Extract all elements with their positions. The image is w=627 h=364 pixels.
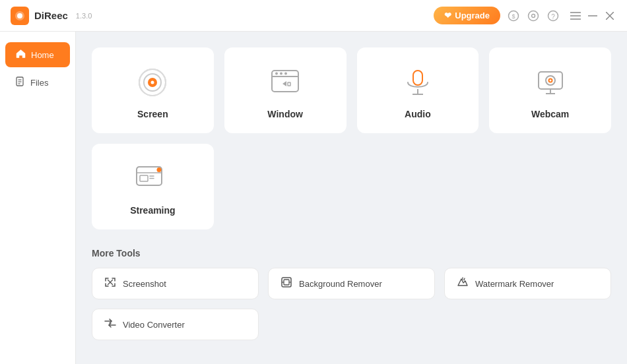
more-tools-title: More Tools	[92, 248, 611, 258]
sidebar: Home Files	[0, 32, 76, 364]
webcam-card-label: Webcam	[531, 109, 569, 119]
main-layout: Home Files	[0, 32, 627, 364]
svg-rect-30	[413, 71, 422, 85]
svg-point-27	[280, 73, 282, 75]
svg-point-38	[549, 80, 551, 82]
svg-point-6	[532, 14, 535, 17]
window-card-icon	[267, 64, 304, 101]
svg-text:?: ?	[551, 13, 555, 20]
watermark-remover-tool[interactable]: Watermark Remover	[444, 268, 611, 299]
menu-button[interactable]	[569, 9, 582, 22]
svg-point-23	[151, 81, 154, 84]
audio-card-label: Audio	[405, 109, 431, 119]
watermark-remover-label: Watermark Remover	[475, 279, 554, 289]
svg-rect-41	[140, 175, 148, 181]
sidebar-item-home[interactable]: Home	[5, 42, 70, 67]
content-area: Screen Window	[76, 32, 627, 364]
screenshot-tool[interactable]: Screenshot	[92, 268, 259, 299]
app-name: DiReec	[34, 10, 68, 21]
svg-point-28	[284, 73, 287, 75]
fire-icon[interactable]: $	[507, 9, 520, 22]
screen-card[interactable]: Screen	[92, 47, 214, 133]
background-remover-tool[interactable]: Background Remover	[268, 268, 435, 299]
svg-rect-29	[288, 82, 290, 86]
sidebar-files-label: Files	[30, 78, 48, 88]
screen-card-icon	[134, 64, 171, 101]
more-tools-section: More Tools Screenshot	[92, 248, 611, 340]
main-cards-grid: Screen Window	[92, 47, 611, 133]
title-bar-actions: ❤ Upgrade $ ?	[434, 7, 616, 24]
upgrade-label: Upgrade	[455, 11, 490, 20]
window-card-label: Window	[267, 109, 303, 119]
minimize-button[interactable]	[586, 9, 599, 22]
svg-rect-48	[284, 280, 289, 285]
screenshot-icon	[104, 276, 116, 291]
help-icon[interactable]: ?	[546, 9, 560, 22]
svg-point-5	[529, 11, 539, 20]
video-converter-label: Video Converter	[123, 320, 185, 330]
app-logo-icon	[11, 7, 29, 25]
sidebar-home-label: Home	[31, 50, 54, 60]
heart-icon: ❤	[444, 11, 451, 20]
window-controls	[569, 9, 616, 22]
background-remover-label: Background Remover	[299, 279, 382, 289]
home-icon	[16, 49, 26, 61]
background-remover-icon	[280, 276, 292, 291]
upgrade-button[interactable]: ❤ Upgrade	[434, 7, 500, 24]
settings-circle-icon[interactable]	[527, 9, 540, 22]
app-version: 1.3.0	[76, 12, 92, 20]
app-logo: DiReec 1.3.0	[11, 7, 92, 25]
svg-point-26	[275, 73, 278, 75]
title-bar: DiReec 1.3.0 ❤ Upgrade $ ?	[0, 0, 627, 32]
tools-row2: Video Converter	[92, 309, 611, 340]
sidebar-item-files[interactable]: Files	[5, 70, 70, 95]
streaming-card-label: Streaming	[130, 205, 175, 216]
screen-card-label: Screen	[137, 109, 168, 119]
svg-text:$: $	[512, 13, 515, 20]
svg-point-2	[17, 13, 22, 18]
tools-grid: Screenshot Background Remover	[92, 268, 611, 299]
main-cards-row2: Streaming	[92, 144, 611, 229]
window-card[interactable]: Window	[224, 47, 346, 133]
screenshot-label: Screenshot	[123, 279, 166, 289]
watermark-remover-icon	[457, 276, 469, 291]
video-converter-icon	[104, 317, 116, 332]
webcam-card-icon	[532, 64, 569, 101]
audio-card-icon	[399, 64, 436, 101]
webcam-card[interactable]: Webcam	[489, 47, 611, 133]
svg-point-44	[157, 167, 162, 172]
video-converter-tool[interactable]: Video Converter	[92, 309, 259, 340]
close-button[interactable]	[603, 9, 616, 22]
files-icon	[16, 76, 25, 88]
audio-card[interactable]: Audio	[357, 47, 479, 133]
streaming-card[interactable]: Streaming	[92, 144, 214, 229]
streaming-card-icon	[134, 160, 171, 197]
